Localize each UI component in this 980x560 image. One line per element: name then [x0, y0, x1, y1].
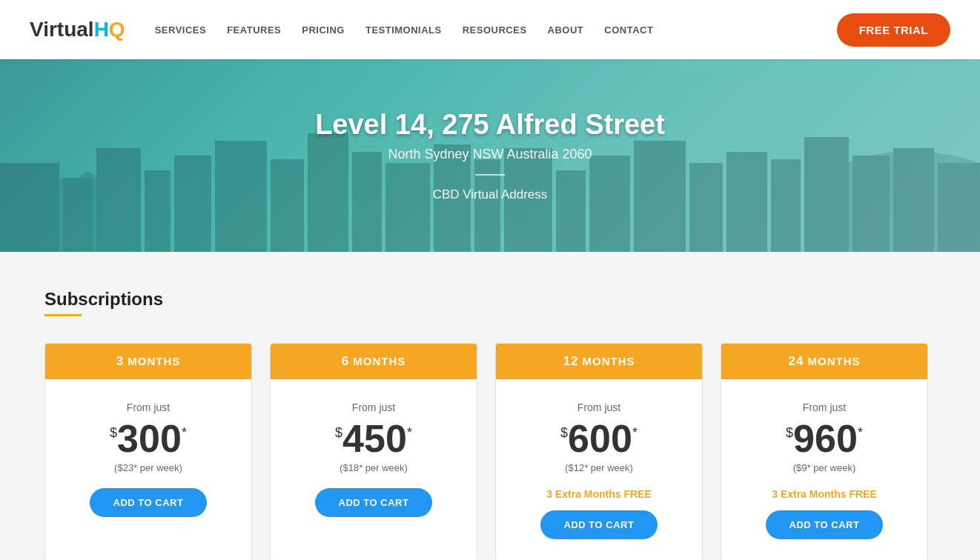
nav-testimonials[interactable]: TESTIMONIALS	[365, 24, 442, 36]
logo-hq: HQ	[94, 18, 125, 41]
plan-body-3months: From just $ 300 * ($23* per week) ADD TO…	[45, 379, 251, 538]
svg-rect-4	[174, 156, 211, 252]
plan-duration-rest-24: MONTHS	[804, 355, 860, 367]
plan-card-3months: 3 MONTHS From just $ 300 * ($23* per wee…	[44, 343, 252, 560]
svg-rect-6	[271, 159, 304, 252]
plan-card-6months: 6 MONTHS From just $ 450 * ($18* per wee…	[270, 343, 477, 560]
subscriptions-section: Subscriptions 3 MONTHS From just $ 300 *…	[0, 252, 980, 560]
plan-duration-rest-12: MONTHS	[578, 355, 635, 367]
plan-header-6months: 6 MONTHS	[271, 344, 477, 379]
plan-header-24months: 24 MONTHS	[721, 344, 927, 379]
price-amount-12: 600	[568, 419, 632, 458]
extra-months-24: 3 Extra Months FREE	[736, 488, 913, 500]
hero-content: Level 14, 275 Alfred Street North Sydney…	[315, 109, 665, 202]
hero-section: Level 14, 275 Alfred Street North Sydney…	[0, 59, 980, 252]
plan-card-24months: 24 MONTHS From just $ 960 * ($9* per wee…	[721, 343, 928, 560]
nav-pricing[interactable]: PRICING	[302, 24, 345, 36]
add-to-cart-6months[interactable]: ADD TO CART	[315, 488, 433, 517]
plan-duration-bold-12: 12	[563, 354, 578, 368]
price-row-24: $ 960 *	[736, 419, 913, 458]
subscriptions-title: Subscriptions	[44, 289, 936, 310]
from-just-12: From just	[511, 401, 687, 413]
price-asterisk-6: *	[407, 425, 412, 441]
price-amount-3: 300	[117, 419, 182, 458]
plan-duration-rest-3: MONTHS	[124, 355, 180, 367]
add-to-cart-12months[interactable]: ADD TO CART	[540, 510, 658, 539]
plan-card-12months: 12 MONTHS From just $ 600 * ($12* per we…	[495, 343, 703, 560]
nav-resources[interactable]: RESOURCES	[463, 24, 527, 36]
svg-rect-5	[215, 141, 267, 252]
plan-body-6months: From just $ 450 * ($18* per week) ADD TO…	[271, 379, 477, 538]
free-trial-button[interactable]: FREE TRIAL	[837, 13, 950, 47]
price-asterisk-24: *	[858, 425, 863, 441]
nav-features[interactable]: FEATURES	[227, 24, 281, 36]
plan-header-12months: 12 MONTHS	[496, 344, 702, 379]
price-asterisk-12: *	[632, 425, 638, 441]
price-dollar-6: $	[335, 425, 342, 441]
header: VirtualHQ SERVICES FEATURES PRICING TEST…	[0, 0, 980, 59]
nav-about[interactable]: ABOUT	[548, 24, 584, 36]
plan-header-3months: 3 MONTHS	[45, 344, 251, 379]
from-just-3: From just	[60, 401, 236, 413]
plan-cards-row: 3 MONTHS From just $ 300 * ($23* per wee…	[44, 343, 936, 560]
plan-body-24months: From just $ 960 * ($9* per week) 3 Extra…	[721, 379, 927, 560]
nav-services[interactable]: SERVICES	[155, 24, 207, 36]
price-amount-24: 960	[793, 419, 858, 458]
price-row-3: $ 300 *	[60, 419, 236, 458]
main-nav: SERVICES FEATURES PRICING TESTIMONIALS R…	[155, 24, 837, 36]
svg-rect-3	[145, 170, 170, 252]
hero-address: Level 14, 275 Alfred Street	[315, 109, 665, 141]
price-dollar-3: $	[110, 425, 117, 441]
nav-contact[interactable]: CONTACT	[604, 24, 653, 36]
from-just-24: From just	[736, 401, 913, 413]
svg-rect-17	[726, 152, 767, 252]
plan-duration-bold-24: 24	[788, 354, 804, 368]
price-asterisk-3: *	[182, 425, 187, 441]
price-dollar-24: $	[786, 425, 793, 441]
plan-duration-bold-6: 6	[342, 354, 349, 368]
svg-rect-18	[771, 159, 801, 252]
add-to-cart-3months[interactable]: ADD TO CART	[90, 488, 208, 517]
hero-type: CBD Virtual Address	[315, 187, 665, 202]
subscriptions-underline	[44, 314, 82, 316]
price-dollar-12: $	[560, 425, 568, 441]
per-week-6: ($18* per week)	[285, 462, 462, 473]
logo-virtual: Virtual	[30, 18, 94, 41]
add-to-cart-24months[interactable]: ADD TO CART	[766, 510, 884, 539]
price-row-6: $ 450 *	[285, 419, 462, 458]
price-row-12: $ 600 *	[511, 419, 687, 458]
price-amount-6: 450	[342, 419, 407, 458]
from-just-6: From just	[285, 401, 462, 413]
per-week-3: ($23* per week)	[60, 462, 236, 473]
hero-divider	[475, 174, 505, 176]
plan-duration-rest-6: MONTHS	[349, 355, 405, 367]
per-week-24: ($9* per week)	[736, 462, 913, 473]
logo[interactable]: VirtualHQ	[30, 18, 125, 41]
plan-duration-bold-3: 3	[116, 354, 124, 368]
hero-suburb: North Sydney NSW Australia 2060	[315, 147, 665, 162]
svg-rect-16	[689, 163, 723, 252]
plan-body-12months: From just $ 600 * ($12* per week) 3 Extr…	[496, 379, 702, 560]
per-week-12: ($12* per week)	[511, 462, 687, 473]
extra-months-12: 3 Extra Months FREE	[511, 488, 687, 500]
